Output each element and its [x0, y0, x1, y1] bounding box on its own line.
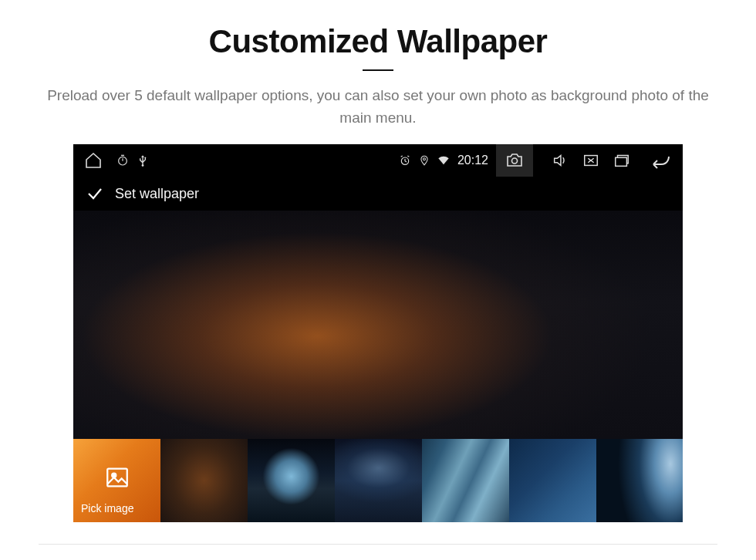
divider	[39, 544, 717, 545]
title-underline	[363, 69, 393, 71]
wallpaper-thumbnails: Pick image	[73, 439, 683, 522]
page-subtitle: Preload over 5 default wallpaper options…	[31, 85, 725, 129]
screenshot-button[interactable]	[496, 144, 533, 177]
wallpaper-thumb-5[interactable]	[509, 439, 596, 522]
pick-image-label: Pick image	[81, 502, 133, 514]
page-title: Customized Wallpaper	[209, 23, 548, 60]
status-bar: 20:12	[73, 144, 683, 177]
wifi-icon	[437, 154, 450, 167]
clock-time: 20:12	[457, 153, 488, 167]
home-icon[interactable]	[84, 151, 103, 170]
svg-point-2	[423, 158, 425, 160]
wallpaper-preview	[73, 211, 683, 439]
location-icon	[419, 155, 430, 166]
usb-icon	[137, 154, 149, 167]
close-icon[interactable]	[582, 152, 599, 169]
camera-icon	[505, 151, 524, 170]
alarm-icon	[399, 154, 411, 167]
svg-point-3	[512, 158, 518, 164]
back-icon[interactable]	[649, 152, 672, 169]
wallpaper-thumb-6[interactable]	[596, 439, 683, 522]
stopwatch-icon	[116, 154, 129, 167]
volume-icon[interactable]	[552, 152, 569, 169]
wallpaper-thumb-2[interactable]	[248, 439, 335, 522]
checkmark-icon[interactable]	[86, 184, 104, 203]
device-screenshot: 20:12 Set wallpaper	[73, 144, 683, 522]
pick-image-button[interactable]: Pick image	[73, 439, 160, 522]
wallpaper-thumb-1[interactable]	[160, 439, 248, 522]
wallpaper-thumb-3[interactable]	[335, 439, 422, 522]
action-bar-title: Set wallpaper	[115, 186, 199, 202]
action-bar: Set wallpaper	[73, 177, 683, 211]
wallpaper-thumb-4[interactable]	[422, 439, 509, 522]
svg-rect-5	[616, 157, 627, 166]
svg-rect-6	[107, 469, 127, 487]
recent-apps-icon[interactable]	[613, 152, 630, 169]
